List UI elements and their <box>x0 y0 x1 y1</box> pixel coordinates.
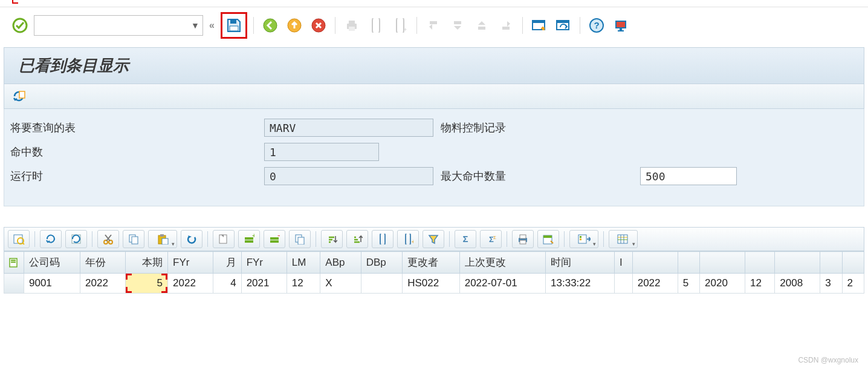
collapse-toolbar-icon[interactable]: « <box>207 20 217 31</box>
table-row[interactable]: 9001 2022 5 2022 4 2021 12 X HS022 2022-… <box>4 274 864 294</box>
svg-rect-1 <box>230 19 236 24</box>
col-year[interactable]: 年份 <box>80 252 126 274</box>
cell-abp[interactable]: X <box>320 274 361 294</box>
col-i[interactable]: I <box>614 252 632 274</box>
col-16[interactable] <box>700 252 745 274</box>
svg-rect-30 <box>160 234 164 237</box>
command-input[interactable] <box>34 16 188 35</box>
help-button[interactable]: ? <box>586 15 607 36</box>
create-shortcut-button[interactable] <box>553 15 574 36</box>
col-changed-by[interactable]: 更改者 <box>403 252 459 274</box>
cell-i[interactable] <box>614 274 632 294</box>
max-hits-label: 最大命中数量 <box>441 169 640 183</box>
alv-sort-desc-button[interactable] <box>346 230 368 248</box>
first-page-button <box>423 15 444 36</box>
cell-changed-by[interactable]: HS022 <box>403 274 459 294</box>
command-field[interactable]: ▼ <box>34 15 203 36</box>
col-20[interactable] <box>842 252 864 274</box>
col-18[interactable] <box>775 252 820 274</box>
layout-button[interactable] <box>611 15 631 36</box>
alv-details-button[interactable] <box>8 230 30 248</box>
cell-lm[interactable]: 12 <box>287 274 320 294</box>
max-hits-input[interactable] <box>640 167 737 185</box>
col-15[interactable] <box>678 252 699 274</box>
alv-find-next-button[interactable]: + <box>397 230 419 248</box>
svg-text:?: ? <box>594 20 599 30</box>
command-dropdown-icon[interactable]: ▼ <box>188 21 202 30</box>
cell-15[interactable]: 5 <box>678 274 699 294</box>
svg-rect-17 <box>617 22 625 27</box>
svg-rect-51 <box>580 236 581 238</box>
cell-last-change[interactable]: 2022-07-01 <box>459 274 545 294</box>
col-month[interactable]: 月 <box>213 252 242 274</box>
alv-subtotal-button[interactable]: ΣΣ <box>480 230 502 248</box>
row-selector[interactable] <box>4 274 24 294</box>
alv-delete-row-button[interactable]: − <box>264 230 285 248</box>
alv-filter-button[interactable] <box>423 230 444 248</box>
alv-copy-button[interactable] <box>123 230 144 248</box>
col-lm[interactable]: LM <box>287 252 320 274</box>
alv-print-button[interactable] <box>512 230 534 248</box>
alv-undo-button[interactable] <box>181 230 202 248</box>
col-fyr2[interactable]: FYr <box>241 252 287 274</box>
cell-fyr1[interactable]: 2022 <box>168 274 213 294</box>
alv-append-row-button[interactable] <box>213 230 235 248</box>
svg-text:+: + <box>252 234 254 239</box>
col-dbp[interactable]: DBp <box>361 252 403 274</box>
col-time[interactable]: 时间 <box>546 252 615 274</box>
cell-18[interactable]: 2008 <box>775 274 820 294</box>
cell-month[interactable]: 4 <box>213 274 242 294</box>
cell-period-editing[interactable]: 5 <box>126 274 168 294</box>
save-button[interactable] <box>224 15 244 36</box>
alv-check-button[interactable] <box>65 230 87 248</box>
alv-cut-button[interactable] <box>97 230 119 248</box>
alv-duplicate-row-button[interactable] <box>289 230 311 248</box>
refresh-button[interactable] <box>10 88 27 105</box>
selection-form: 将要查询的表 物料控制记录 命中数 运行时 最大命中数量 <box>4 109 864 206</box>
cell-17[interactable]: 12 <box>745 274 775 294</box>
col-company[interactable]: 公司码 <box>24 252 80 274</box>
back-button[interactable] <box>260 15 280 36</box>
col-last-change[interactable]: 上次更改 <box>459 252 545 274</box>
alv-paste-button[interactable] <box>148 230 177 248</box>
alv-export-button[interactable] <box>569 230 598 248</box>
cell-14[interactable]: 2022 <box>632 274 678 294</box>
alv-table[interactable]: 公司码 年份 本期 FYr 月 FYr LM ABp DBp 更改者 上次更改 … <box>4 251 864 294</box>
svg-rect-40 <box>298 237 304 245</box>
svg-rect-59 <box>11 260 16 261</box>
col-19[interactable] <box>820 252 842 274</box>
cell-dbp[interactable] <box>361 274 403 294</box>
cell-time[interactable]: 13:33:22 <box>546 274 615 294</box>
alv-sum-button[interactable]: Σ <box>455 230 476 248</box>
exit-button[interactable] <box>284 15 305 36</box>
last-page-button <box>496 15 516 36</box>
alv-layout-button[interactable] <box>609 230 638 248</box>
col-abp[interactable]: ABp <box>320 252 361 274</box>
table-name-input[interactable] <box>264 119 433 137</box>
alv-select-all[interactable] <box>4 252 24 274</box>
svg-rect-31 <box>162 238 168 245</box>
cell-16[interactable]: 2020 <box>700 274 745 294</box>
alv-sort-asc-button[interactable] <box>321 230 343 248</box>
cell-fyr2[interactable]: 2021 <box>241 274 287 294</box>
svg-rect-37 <box>270 240 279 243</box>
col-fyr1[interactable]: FYr <box>168 252 213 274</box>
enter-button[interactable] <box>10 15 30 36</box>
cell-company[interactable]: 9001 <box>24 274 80 294</box>
cell-19[interactable]: 3 <box>820 274 842 294</box>
alv-view-button[interactable] <box>537 230 559 248</box>
alv-insert-row-button[interactable]: + <box>238 230 260 248</box>
alv-grid: + − + Σ ΣΣ 公司码 年份 本期 FYr 月 FYr <box>4 227 864 294</box>
cell-year[interactable]: 2022 <box>80 274 126 294</box>
col-14[interactable] <box>632 252 678 274</box>
col-17[interactable] <box>745 252 775 274</box>
col-period[interactable]: 本期 <box>126 252 168 274</box>
table-desc: 物料控制记录 <box>441 120 506 135</box>
svg-text:Σ: Σ <box>493 235 496 240</box>
hits-output <box>264 143 379 161</box>
alv-refresh-button[interactable] <box>40 230 62 248</box>
cancel-button[interactable] <box>308 15 329 36</box>
new-session-button[interactable] <box>529 15 549 36</box>
alv-find-button[interactable] <box>372 230 394 248</box>
cell-20[interactable]: 2 <box>842 274 864 294</box>
